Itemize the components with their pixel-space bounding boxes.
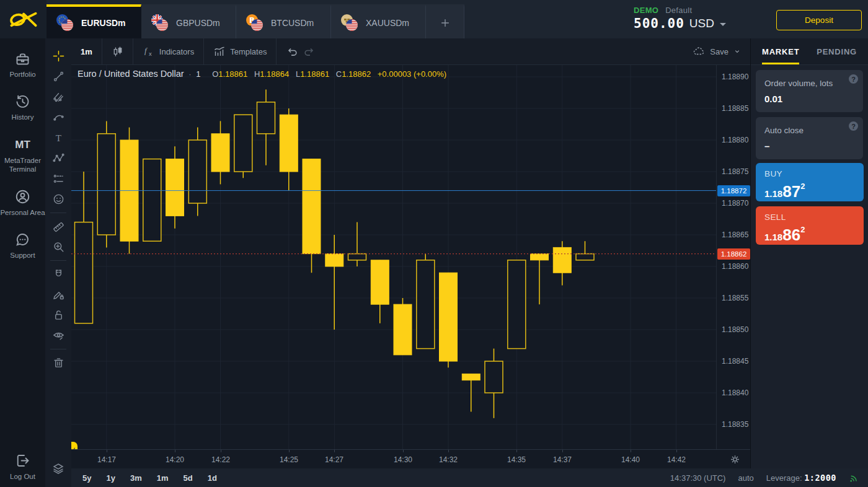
- forecast-icon: [53, 173, 64, 185]
- order-panel: MARKET PENDING ? Order volume, lots 0.01…: [750, 38, 868, 468]
- current-price-tag: 1.18862: [717, 248, 750, 260]
- sidebar-item-label: MetaTrader Terminal: [0, 156, 45, 174]
- open-value: 1.18861: [218, 69, 247, 79]
- panel-collapse-handle[interactable]: ‹: [71, 442, 78, 449]
- auto-scale-toggle[interactable]: auto: [738, 473, 753, 483]
- tool-lock[interactable]: [45, 305, 71, 325]
- chart-canvas[interactable]: Euro / United States Dollar · 1 O1.18861…: [71, 65, 716, 449]
- range-button-1m[interactable]: 1m: [157, 473, 169, 483]
- tool-draw-lock[interactable]: [45, 284, 71, 305]
- tool-pattern[interactable]: [45, 148, 71, 169]
- sidebar-item-portfolio[interactable]: Portfolio: [9, 51, 35, 79]
- sidebar-item-metatrader-terminal[interactable]: MTMetaTrader Terminal: [0, 137, 45, 174]
- tool-zoom-in[interactable]: [45, 237, 71, 257]
- balance-line[interactable]: 500.00 USD: [634, 16, 733, 31]
- leverage-label: Leverage:: [766, 473, 802, 483]
- axis-settings-button[interactable]: [730, 454, 740, 465]
- close-label: C: [332, 69, 342, 79]
- tool-forecast[interactable]: [45, 169, 71, 189]
- tab-market[interactable]: MARKET: [762, 38, 799, 64]
- tool-hide-drawings[interactable]: [45, 325, 71, 346]
- indicators-button[interactable]: f x Indicators: [133, 38, 204, 65]
- price-tick-label: 1.18845: [722, 357, 748, 366]
- tool-object-tree[interactable]: [45, 458, 71, 478]
- chart-style-button[interactable]: [102, 38, 133, 65]
- tool-multi-line[interactable]: [45, 87, 71, 107]
- hide-drawings-icon: [53, 330, 64, 341]
- auto-close-help-icon[interactable]: ?: [849, 121, 858, 131]
- price-tick-label: 1.18855: [722, 294, 748, 302]
- save-button[interactable]: Save: [683, 38, 750, 65]
- legend-separator: ·: [186, 69, 193, 79]
- price-tick-label: 1.18880: [722, 136, 748, 144]
- chart-toolbar: 1m f x Indicators Templates: [71, 38, 750, 65]
- auto-close-field[interactable]: ? Auto close –: [756, 117, 863, 159]
- tab-BTCUSDm[interactable]: BBTCUSDm: [236, 4, 331, 38]
- leverage-value: 1:2000: [804, 473, 836, 483]
- order-volume-field[interactable]: ? Order volume, lots 0.01: [756, 70, 863, 112]
- range-button-5y[interactable]: 5y: [82, 473, 91, 483]
- open-label: O: [208, 69, 218, 79]
- price-tick-label: 1.18865: [722, 230, 748, 239]
- cloud-save-icon: [692, 45, 706, 58]
- tab-EURUSDm[interactable]: EURUSDm: [46, 4, 141, 38]
- range-button-1d[interactable]: 1d: [208, 473, 217, 483]
- tab-GBPUSDm[interactable]: GBPUSDm: [141, 4, 236, 38]
- redo-button[interactable]: [301, 38, 325, 65]
- tool-emoji[interactable]: [45, 189, 71, 209]
- tool-remove-drawings[interactable]: [45, 353, 71, 373]
- us-flag-icon: [156, 19, 168, 31]
- save-label: Save: [710, 47, 728, 56]
- tool-trend-line[interactable]: [45, 66, 71, 87]
- svg-text:f: f: [144, 46, 148, 55]
- buy-button[interactable]: BUY 1.18872: [756, 163, 864, 201]
- time-tick-label: 14:22: [211, 455, 230, 464]
- range-button-5d[interactable]: 5d: [184, 473, 193, 483]
- sidebar-item-support[interactable]: Support: [10, 232, 35, 260]
- connection-status-icon: [849, 473, 859, 483]
- time-tick-label: 14:37: [553, 455, 572, 464]
- app-logo[interactable]: [0, 0, 46, 38]
- leverage-info: Leverage: 1:2000: [766, 473, 836, 483]
- templates-label: Templates: [230, 47, 267, 56]
- tool-curve[interactable]: [45, 107, 71, 128]
- templates-button[interactable]: Templates: [204, 38, 277, 65]
- auto-close-label: Auto close: [764, 126, 854, 135]
- price-tick-label: 1.18840: [722, 388, 748, 397]
- range-button-3m[interactable]: 3m: [130, 473, 142, 483]
- price-tick-label: 1.18870: [722, 199, 748, 208]
- time-axis[interactable]: 14:1714:2014:2214:2514:2714:3014:3214:35…: [71, 449, 750, 468]
- add-symbol-tab[interactable]: [426, 4, 464, 38]
- tab-XAUUSDm[interactable]: XAUUSDm: [331, 4, 426, 38]
- redo-icon: [303, 45, 316, 58]
- deposit-button[interactable]: Deposit: [776, 10, 862, 30]
- sidebar-item-label: History: [12, 113, 34, 121]
- sidebar-item-history[interactable]: History: [12, 94, 34, 121]
- tab-label: EURUSDm: [81, 18, 126, 28]
- timeframe-button[interactable]: 1m: [71, 38, 102, 65]
- tool-text[interactable]: T: [45, 128, 71, 148]
- curve-icon: [53, 112, 64, 123]
- order-volume-value: 0.01: [764, 94, 854, 104]
- account-currency: USD: [689, 17, 714, 30]
- account-balance: 500.00: [634, 16, 684, 31]
- tool-magnet[interactable]: [45, 264, 71, 284]
- volume-help-icon[interactable]: ?: [849, 74, 858, 84]
- undo-button[interactable]: [277, 38, 301, 65]
- sell-price: 1.18862: [764, 222, 855, 245]
- zoom-in-icon: [53, 241, 64, 253]
- high-value: 1.18864: [260, 69, 289, 79]
- sidebar-item-personal-area[interactable]: Personal Area: [0, 189, 45, 217]
- tool-crosshair[interactable]: [45, 46, 71, 66]
- sell-button[interactable]: SELL 1.18862: [756, 206, 864, 245]
- tab-label: GBPUSDm: [176, 18, 220, 28]
- account-type-line: DEMO Default: [634, 6, 733, 15]
- us-flag-icon: [61, 19, 73, 31]
- tool-ruler[interactable]: [45, 216, 71, 237]
- sidebar-item-log-out[interactable]: Log Out: [10, 453, 35, 481]
- price-axis[interactable]: 1.188901.188851.188801.188751.188701.188…: [716, 65, 750, 449]
- plus-icon: [440, 17, 451, 29]
- range-button-1y[interactable]: 1y: [106, 473, 115, 483]
- tab-pending[interactable]: PENDING: [817, 38, 857, 64]
- account-selector[interactable]: DEMO Default 500.00 USD: [634, 6, 733, 31]
